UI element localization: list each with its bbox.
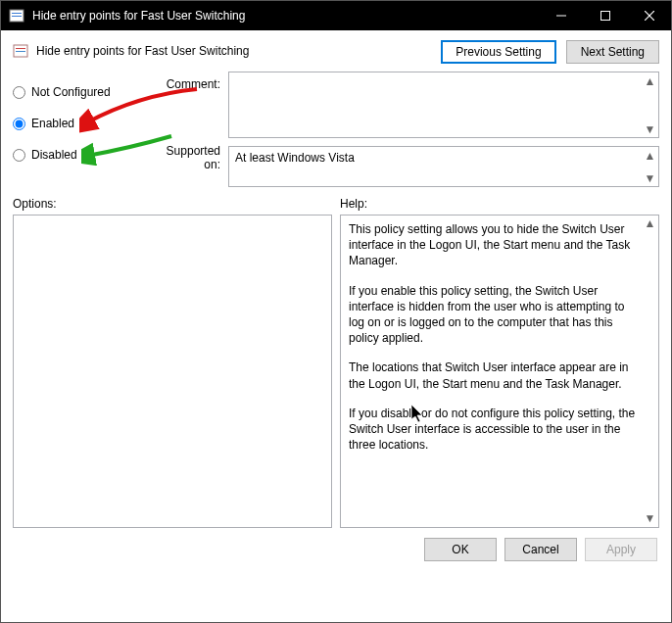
help-paragraph: If you disable or do not configure this …	[349, 406, 641, 454]
scroll-up-icon[interactable]: ▲	[642, 147, 658, 164]
radio-disabled[interactable]: Disabled	[13, 148, 150, 162]
help-label: Help:	[340, 197, 367, 211]
scroll-down-icon[interactable]: ▼	[642, 510, 658, 527]
window-title: Hide entry points for Fast User Switchin…	[24, 9, 539, 23]
minimize-button[interactable]	[539, 1, 583, 30]
cancel-button[interactable]: Cancel	[504, 538, 577, 561]
radio-not-configured[interactable]: Not Configured	[13, 85, 150, 99]
help-paragraph: If you enable this policy setting, the S…	[349, 283, 641, 347]
svg-rect-9	[16, 51, 25, 52]
supported-on-textbox: At least Windows Vista ▲ ▼	[228, 146, 659, 187]
options-label: Options:	[13, 197, 340, 211]
page-title: Hide entry points for Fast User Switchin…	[36, 44, 441, 58]
close-button[interactable]	[627, 1, 671, 30]
titlebar[interactable]: Hide entry points for Fast User Switchin…	[1, 1, 671, 30]
svg-rect-8	[16, 48, 25, 49]
radio-enabled-input[interactable]	[13, 118, 25, 130]
svg-rect-2	[12, 16, 22, 17]
next-setting-button[interactable]: Next Setting	[566, 40, 659, 64]
radio-label: Disabled	[31, 148, 77, 162]
help-panel: This policy setting allows you to hide t…	[340, 215, 659, 528]
radio-disabled-input[interactable]	[13, 149, 25, 162]
svg-rect-4	[600, 12, 609, 21]
radio-enabled[interactable]: Enabled	[13, 117, 150, 130]
radio-not-configured-input[interactable]	[13, 86, 25, 99]
comment-label: Comment:	[150, 77, 220, 144]
supported-on-text: At least Windows Vista	[235, 151, 355, 165]
comment-textbox[interactable]: ▲ ▼	[228, 72, 659, 138]
help-paragraph: This policy setting allows you to hide t…	[349, 221, 641, 269]
supported-on-label: Supported on:	[150, 144, 220, 171]
scroll-up-icon[interactable]: ▲	[642, 216, 658, 232]
maximize-button[interactable]	[583, 1, 627, 30]
radio-label: Not Configured	[31, 85, 111, 99]
svg-rect-1	[12, 13, 22, 14]
apply-button: Apply	[585, 538, 657, 561]
options-panel	[13, 215, 332, 528]
previous-setting-button[interactable]: Previous Setting	[441, 40, 555, 64]
ok-button[interactable]: OK	[424, 538, 497, 561]
policy-icon	[9, 8, 24, 24]
scroll-up-icon[interactable]: ▲	[642, 72, 658, 89]
help-paragraph: The locations that Switch User interface…	[349, 359, 641, 391]
policy-icon	[13, 43, 28, 59]
scroll-down-icon[interactable]: ▼	[642, 169, 658, 186]
scroll-down-icon[interactable]: ▼	[642, 120, 658, 137]
radio-label: Enabled	[31, 117, 74, 130]
